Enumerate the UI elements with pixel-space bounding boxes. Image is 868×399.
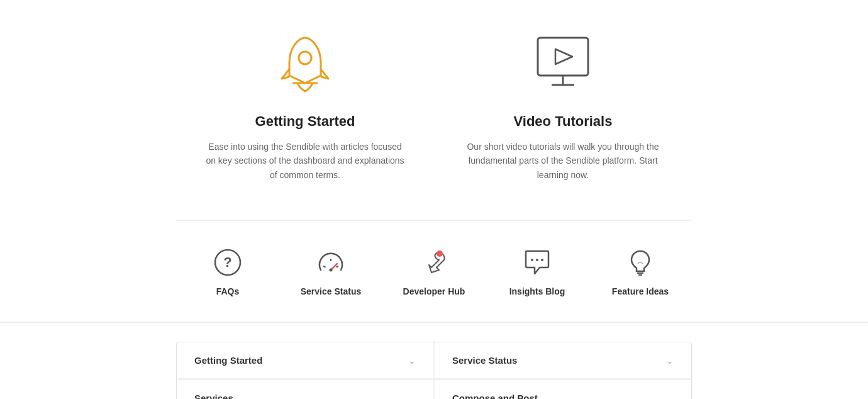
svg-line-9 [323,266,326,267]
video-tutorials-title: Video Tutorials [514,113,613,130]
getting-started-title: Getting Started [255,113,355,130]
nav-developer-hub[interactable]: Developer Hub [382,240,486,303]
nav-insights-blog[interactable]: Insights Blog [486,240,589,303]
monitor-icon-area [531,25,594,101]
accordion-compose-and-post[interactable]: Compose and Post ⌄ [435,380,691,399]
nav-service-status[interactable]: Service Status [279,240,382,303]
video-tutorials-desc: Our short video tutorials will walk you … [462,140,664,182]
nav-icons-row: ? FAQs Service Status [0,221,868,323]
speedometer-icon [314,246,347,279]
nav-feature-ideas[interactable]: Feature Ideas [589,240,692,303]
accordion-service-status[interactable]: Service Status ⌄ [435,342,691,379]
svg-point-0 [299,52,311,64]
svg-point-16 [541,259,543,261]
accordion-getting-started[interactable]: Getting Started ⌄ [177,342,433,379]
chevron-down-icon: ⌄ [408,356,416,366]
svg-text:?: ? [223,254,231,270]
service-status-label: Service Status [301,286,362,296]
feature-ideas-label: Feature Ideas [612,286,669,296]
monitor-play-icon [531,31,594,94]
chevron-down-icon: ⌄ [408,393,416,399]
dev-tool-icon [418,246,450,279]
accordion-grid: Getting Started ⌄ Service Status ⌄ Servi… [176,342,692,399]
question-circle-icon: ? [211,246,244,279]
nav-faqs[interactable]: ? FAQs [176,240,279,303]
rocket-icon-area [277,25,333,101]
svg-marker-5 [555,49,572,64]
accordion-services[interactable]: Services ⌄ [177,380,433,399]
faqs-label: FAQs [216,286,240,296]
chevron-down-icon: ⌄ [666,393,674,399]
getting-started-desc: Ease into using the Sendible with articl… [204,140,406,182]
svg-point-14 [531,259,533,261]
developer-hub-label: Developer Hub [403,286,465,296]
svg-point-13 [437,250,443,257]
svg-point-12 [330,269,333,272]
rocket-icon [277,31,333,94]
top-section: Getting Started Ease into using the Send… [0,0,868,220]
svg-rect-2 [538,38,588,76]
svg-line-10 [337,266,339,267]
video-tutorials-card[interactable]: Video Tutorials Our short video tutorial… [434,13,692,194]
insights-blog-label: Insights Blog [509,286,565,296]
svg-point-15 [536,259,538,261]
getting-started-card[interactable]: Getting Started Ease into using the Send… [176,13,434,194]
lightbulb-icon [624,246,657,279]
chat-bubble-icon [521,246,554,279]
chevron-down-icon: ⌄ [666,356,674,366]
